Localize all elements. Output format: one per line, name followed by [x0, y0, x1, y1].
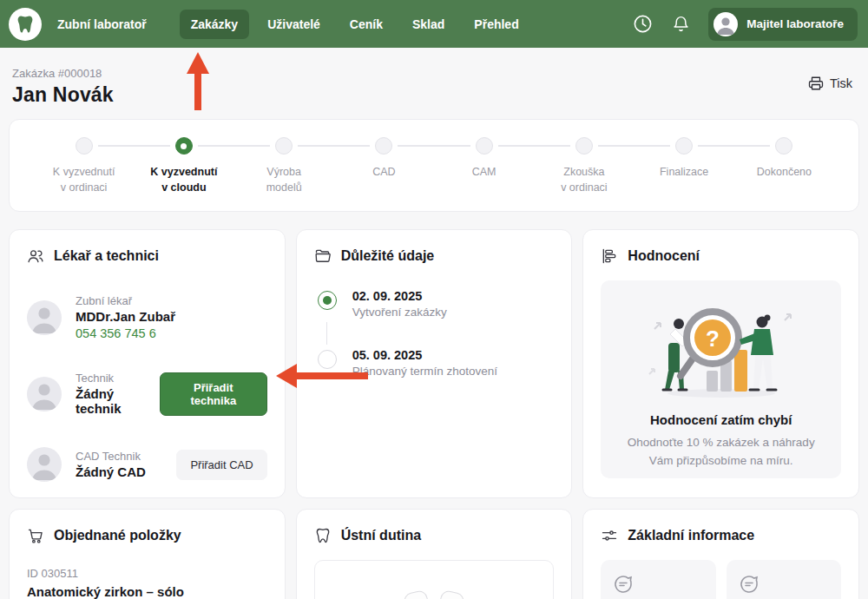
nav-item-prehled[interactable]: Přehled: [463, 10, 529, 39]
planned-date: 05. 09. 2025: [352, 348, 497, 362]
items-card-title: Objednané položky: [54, 528, 181, 543]
scanner-bubble-icon: [739, 574, 760, 595]
tooth-logo-icon: [15, 14, 36, 35]
nav-item-cenik[interactable]: Ceník: [339, 10, 394, 39]
dental-chart-panel[interactable]: 12 11 21 22: [314, 560, 555, 599]
rating-card: Hodnocení: [582, 229, 859, 498]
member-row-dentist: Zubní lékař MDDr.Jan Zubař 054 356 745 6: [27, 294, 267, 340]
chat-bubble-icon: [613, 574, 634, 595]
step-circle: [76, 137, 93, 155]
history-clock-icon[interactable]: [632, 14, 653, 35]
mouth-card-title: Ústní dutina: [341, 528, 421, 543]
app-window: Zubní laboratoř Zakázky Uživatelé Ceník …: [0, 0, 868, 599]
dentist-name: MDDr.Jan Zubař: [76, 309, 175, 324]
folder-open-icon: [314, 247, 332, 265]
page-title: Jan Novák: [12, 83, 114, 107]
timeline-dot-pending: [318, 350, 337, 369]
rating-empty-text: Ohodnoťte 10 % zakázek a náhrady Vám při…: [615, 434, 827, 470]
rating-empty-state: ? Hodnocení zatím chybí Ohodnoťte 10 % z…: [601, 280, 841, 478]
nav-item-zakazky[interactable]: Zakázky: [180, 10, 249, 39]
communication-panel: Komunikuji:: [601, 560, 715, 599]
item-name: Anatomický zirkon – sólo: [27, 584, 267, 599]
cad-technician-avatar: [27, 447, 62, 482]
nav-item-sklad[interactable]: Sklad: [401, 10, 456, 39]
rating-empty-title: Hodnocení zatím chybí: [615, 412, 827, 427]
created-date: 02. 09. 2025: [352, 289, 447, 303]
dentist-role: Zubní lékař: [76, 294, 175, 307]
user-avatar: [713, 12, 738, 36]
technician-role: Technik: [76, 372, 160, 385]
timeline-event-created: 02. 09. 2025 Vytvoření zakázky: [318, 289, 555, 319]
question-mark: ?: [706, 326, 720, 352]
technician-name: Žádný technik: [76, 386, 160, 416]
dentist-avatar: [27, 300, 62, 335]
timeline-dot-done: [318, 291, 337, 310]
notifications-bell-icon[interactable]: [670, 14, 691, 35]
timeline-event-planned: 05. 09. 2025 Plánovaný termín zhotovení: [318, 348, 555, 378]
basic-info-card: Základní informace Komunikuji: Skener:: [582, 509, 859, 599]
user-menu[interactable]: Majitel laboratoře: [708, 8, 858, 41]
order-status-stepper: K vyzvednutí v ordinaci K vyzvednutí v c…: [9, 119, 859, 212]
page-header: Zakázka #000018 Jan Novák Tisk: [0, 48, 868, 107]
tooth-icon: [314, 527, 332, 544]
step-circle: [476, 137, 493, 155]
technician-avatar: [27, 377, 62, 411]
oral-cavity-card: Ústní dutina: [296, 509, 573, 599]
assign-cad-button[interactable]: Přiřadit CAD: [176, 450, 266, 480]
ordered-items-card: Objednané položky ID 030511 Anatomický z…: [9, 509, 286, 599]
top-navbar: Zubní laboratoř Zakázky Uživatelé Ceník …: [0, 0, 868, 48]
assign-technician-button[interactable]: Přiřadit technika: [160, 372, 267, 416]
cart-icon: [27, 527, 44, 544]
user-name: Majitel laboratoře: [746, 17, 844, 30]
people-icon: [27, 247, 44, 265]
step-circle: [675, 137, 693, 155]
rating-card-title: Hodnocení: [628, 248, 700, 264]
cad-technician-name: Žádný CAD: [76, 464, 146, 479]
main-nav: Zakázky Uživatelé Ceník Sklad Přehled: [180, 10, 530, 39]
order-number: Zakázka #000018: [12, 67, 114, 80]
step-circle: [375, 137, 392, 155]
planned-desc: Plánovaný termín zhotovení: [352, 365, 497, 378]
item-id: ID 030511: [27, 567, 267, 580]
team-card: Lékař a technici Zubní lékař MDDr.Jan Zu…: [9, 229, 286, 498]
print-button[interactable]: Tisk: [808, 76, 852, 91]
step-circle-active: [175, 137, 193, 155]
print-label: Tisk: [830, 76, 852, 90]
step-circle: [575, 137, 593, 155]
cad-technician-role: CAD Technik: [76, 450, 146, 463]
nav-item-uzivatele[interactable]: Uživatelé: [256, 10, 332, 39]
member-row-technician: Technik Žádný technik Přiřadit technika: [27, 372, 267, 416]
scanner-panel: Skener:: [727, 560, 841, 599]
info-card-title: Základní informace: [628, 528, 754, 543]
printer-icon: [808, 76, 824, 91]
dates-timeline: 02. 09. 2025 Vytvoření zakázky 05. 09. 2…: [318, 289, 555, 378]
lab-name[interactable]: Zubní laboratoř: [57, 17, 147, 31]
step-circle: [275, 137, 293, 155]
rating-illustration: ?: [630, 296, 812, 400]
team-card-title: Lékař a technici: [54, 248, 159, 264]
app-logo[interactable]: [9, 8, 42, 41]
created-desc: Vytvoření zakázky: [352, 306, 447, 319]
dental-arch-chart: 12 11 21 22: [339, 569, 529, 599]
dates-card-title: Důležité údaje: [341, 248, 435, 264]
timeline-connector: [326, 322, 328, 345]
rating-bars-icon: [601, 247, 618, 265]
dentist-phone-link[interactable]: 054 356 745 6: [76, 326, 175, 340]
step-dokonceno[interactable]: Dokončeno: [734, 137, 834, 195]
navbar-right: Majitel laboratoře: [632, 8, 858, 41]
step-circle: [775, 137, 792, 155]
member-row-cad-technician: CAD Technik Žádný CAD Přiřadit CAD: [27, 447, 267, 482]
important-dates-card: Důležité údaje 02. 09. 2025 Vytvoření za…: [296, 229, 573, 498]
sliders-icon: [601, 527, 618, 544]
